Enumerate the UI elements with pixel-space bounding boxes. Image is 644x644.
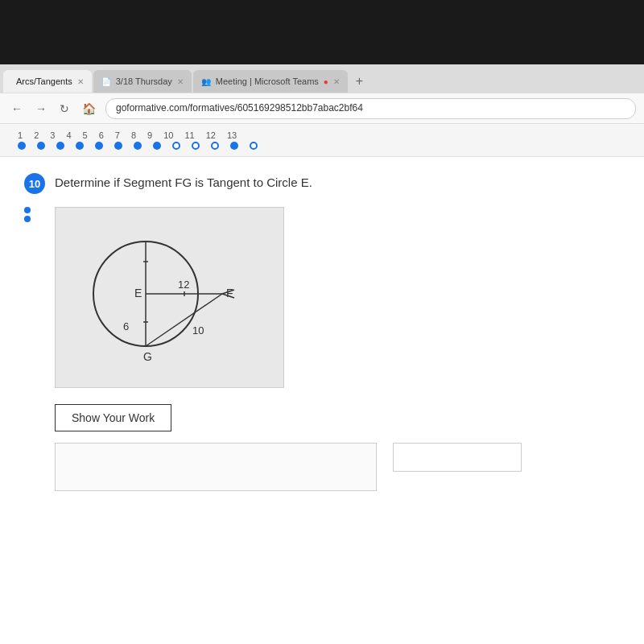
qnum-4[interactable]: 4 <box>66 130 71 140</box>
address-bar: ← → ↻ 🏠 goformative.com/formatives/60516… <box>0 93 644 124</box>
browser-window: Arcs/Tangents ✕ 📄 3/18 Thursday ✕ 👥 Meet… <box>0 64 644 644</box>
tab-thursday[interactable]: 📄 3/18 Thursday ✕ <box>93 70 192 93</box>
tab-bar: Arcs/Tangents ✕ 📄 3/18 Thursday ✕ 👥 Meet… <box>0 64 644 93</box>
tab-close-teams[interactable]: ● <box>324 77 328 86</box>
qdot-13[interactable] <box>250 142 258 150</box>
home-button[interactable]: 🏠 <box>79 101 99 117</box>
qdot-4[interactable] <box>76 142 84 150</box>
question-badge: 10 <box>24 173 45 194</box>
work-input-area[interactable] <box>55 443 377 491</box>
qdot-10[interactable] <box>192 142 200 150</box>
qnum-9[interactable]: 9 <box>147 130 152 140</box>
side-indicator-dot-2 <box>24 216 31 222</box>
show-work-area: Show Your Work <box>55 404 620 491</box>
qnum-11[interactable]: 11 <box>184 130 194 140</box>
forward-button[interactable]: → <box>32 101 50 117</box>
qnum-6[interactable]: 6 <box>99 130 104 140</box>
answer-input-field[interactable] <box>393 443 522 472</box>
qnum-10[interactable]: 10 <box>163 130 173 140</box>
qnum-7[interactable]: 7 <box>115 130 120 140</box>
tab-close-arcs[interactable]: ✕ <box>77 77 84 86</box>
show-work-button[interactable]: Show Your Work <box>55 404 171 431</box>
url-text: goformative.com/formatives/605169298512b… <box>116 102 363 114</box>
question-header: 10 Determine if Segment FG is Tangent to… <box>24 173 620 194</box>
tab-icon-teams: 👥 <box>201 77 211 86</box>
main-content: 10 Determine if Segment FG is Tangent to… <box>0 157 644 644</box>
qnum-8[interactable]: 8 <box>131 130 136 140</box>
qdot-9[interactable] <box>172 142 180 150</box>
qnum-5[interactable]: 5 <box>83 130 88 140</box>
side-indicator-dot-1 <box>24 207 31 213</box>
label-10: 10 <box>192 324 204 336</box>
diagram-container: E F G 12 6 <box>55 207 620 388</box>
label-e: E <box>134 287 142 299</box>
tab-arcs-tangents[interactable]: Arcs/Tangents ✕ <box>3 70 92 93</box>
label-12: 12 <box>178 279 189 291</box>
tab-label-thursday: 3/18 Thursday <box>116 76 172 86</box>
tab-close-thursday[interactable]: ✕ <box>177 77 184 86</box>
qdot-2[interactable] <box>37 142 45 150</box>
qdot-5[interactable] <box>95 142 103 150</box>
qdot-1[interactable] <box>18 142 26 150</box>
diagram-box: E F G 12 6 <box>55 207 284 388</box>
qdot-8[interactable] <box>153 142 161 150</box>
question-text: Determine if Segment FG is Tangent to Ci… <box>55 173 312 189</box>
qdot-6[interactable] <box>114 142 122 150</box>
tab-icon-thursday: 📄 <box>101 77 111 86</box>
label-6: 6 <box>123 320 129 332</box>
tab-close-teams-x[interactable]: ✕ <box>333 77 340 86</box>
tab-label-teams: Meeting | Microsoft Teams <box>216 76 319 86</box>
svg-line-5 <box>146 294 222 346</box>
new-tab-button[interactable]: + <box>349 74 369 89</box>
refresh-button[interactable]: ↻ <box>56 101 72 117</box>
tab-label-arcs: Arcs/Tangents <box>16 76 72 86</box>
qnum-1[interactable]: 1 <box>18 130 23 140</box>
label-g: G <box>143 350 152 363</box>
qnum-12[interactable]: 12 <box>206 130 216 140</box>
qnum-13[interactable]: 13 <box>227 130 237 140</box>
qdot-7[interactable] <box>134 142 142 150</box>
circle-diagram: E F G 12 6 <box>65 217 275 378</box>
question-nav: 1 2 3 4 5 6 7 8 9 10 11 12 13 <box>0 124 644 157</box>
qdot-12[interactable] <box>230 142 238 150</box>
url-field[interactable]: goformative.com/formatives/605169298512b… <box>105 98 636 119</box>
qdot-11[interactable] <box>211 142 219 150</box>
top-dark-bar <box>0 0 644 64</box>
qdot-3[interactable] <box>56 142 64 150</box>
tab-teams[interactable]: 👥 Meeting | Microsoft Teams ● ✕ <box>193 70 348 93</box>
back-button[interactable]: ← <box>8 101 26 117</box>
qnum-2[interactable]: 2 <box>34 130 39 140</box>
qnum-3[interactable]: 3 <box>50 130 55 140</box>
